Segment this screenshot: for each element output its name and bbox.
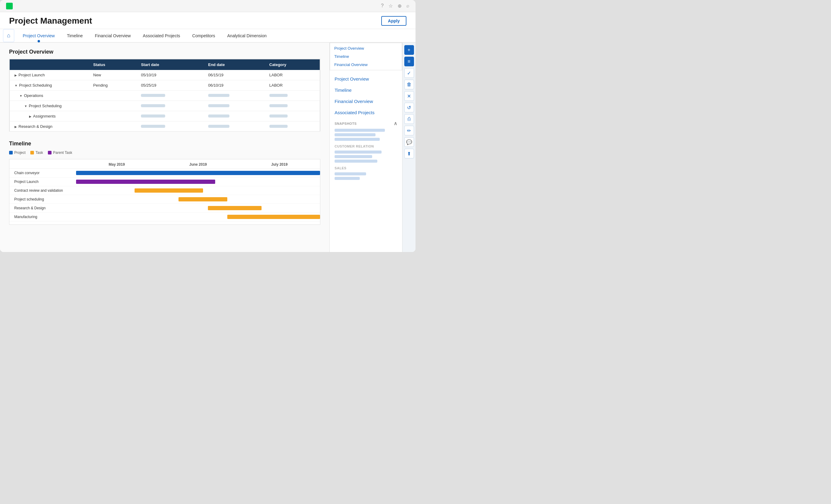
snapshots-bars (335, 129, 397, 141)
timeline-bar (178, 197, 227, 201)
comment-icon[interactable]: 💬 (404, 137, 414, 147)
check-icon[interactable]: ✓ (404, 68, 414, 78)
customer-bar (335, 151, 381, 154)
mini-nav-item[interactable]: Timeline (330, 52, 402, 61)
timeline-row-label: Manufacturing (9, 215, 76, 219)
delete-icon[interactable]: 🗑 (404, 80, 414, 89)
customer-bars (335, 151, 397, 162)
timeline-bars-area (76, 170, 320, 176)
timeline-row: Manufacturing (9, 213, 320, 221)
apply-button[interactable]: Apply (381, 16, 406, 26)
tab-competitors[interactable]: Competitors (186, 30, 221, 42)
collapse-icon[interactable]: ∧ (394, 121, 398, 126)
timeline-row-label: Chain conveyor (9, 171, 76, 175)
timeline-bar (76, 171, 320, 175)
close-icon[interactable]: ✕ (404, 91, 414, 101)
app-header: Project Management Apply (0, 10, 416, 29)
content-area: Project Overview Status Start date End d… (0, 43, 329, 252)
sales-header: SALES (330, 164, 402, 171)
action-buttons-panel: +≡✓🗑✕↺⎙✏💬⬆ (402, 43, 416, 252)
customer-bar (335, 159, 377, 162)
snapshot-bar (335, 133, 375, 136)
snapshot-bar (335, 138, 380, 141)
sidebar-nav-item[interactable]: Project Overview (330, 73, 402, 85)
add-icon[interactable]: + (404, 45, 414, 55)
edit-icon[interactable]: ✏ (404, 126, 414, 136)
timeline-row-label: Research & Design (9, 206, 76, 210)
compass-icon[interactable]: ⊕ (398, 3, 402, 9)
search-icon[interactable]: ⌕ (406, 3, 409, 9)
tab-home[interactable]: ⌂ (3, 29, 14, 42)
table-row: ▶Project LaunchNew05/10/1906/15/19LABOR (10, 70, 320, 80)
timeline-row: Contract review and validation (9, 186, 320, 195)
table-row: ▼Project Scheduling (10, 101, 320, 111)
mini-nav-item[interactable]: Project Overview (330, 44, 402, 52)
tab-timeline[interactable]: Timeline (61, 30, 89, 42)
tab-financial-overview[interactable]: Financial Overview (89, 30, 137, 42)
timeline-bar (208, 206, 262, 210)
browser-icons: ? ☆ ⊕ ⌕ (381, 3, 409, 9)
refresh-icon[interactable]: ↺ (404, 103, 414, 112)
print-icon[interactable]: ⎙ (404, 114, 414, 124)
col-end: End date (203, 59, 264, 70)
timeline-row-label: Contract review and validation (9, 188, 76, 192)
col-name (10, 59, 88, 70)
customer-bar (335, 155, 372, 158)
timeline-month: June 2019 (157, 162, 238, 167)
table-row: ▼Project SchedulingPending05/25/1906/10/… (10, 80, 320, 91)
timeline-chart: May 2019June 2019July 2019 Chain conveyo… (9, 159, 320, 225)
snapshots-header: SNAPSHOTS ∧ (330, 118, 402, 127)
table-header-row: Status Start date End date Category (10, 59, 320, 70)
timeline-bars-area (76, 188, 320, 193)
right-panel: Project OverviewTimelineFinancial Overvi… (329, 43, 402, 252)
star-icon[interactable]: ☆ (389, 3, 393, 9)
timeline-bars-area (76, 214, 320, 219)
legend-item: Parent Task (48, 151, 72, 155)
timeline-row: Chain conveyor (9, 169, 320, 177)
help-icon[interactable]: ? (381, 3, 384, 9)
timeline-row: Research & Design (9, 204, 320, 213)
timeline-bar (135, 188, 203, 192)
timeline-row: Project scheduling (9, 195, 320, 204)
project-table-wrapper[interactable]: Status Start date End date Category ▶Pro… (9, 59, 320, 131)
main-area: Project Overview Status Start date End d… (0, 43, 416, 252)
timeline-bar (227, 215, 320, 219)
timeline-header: May 2019June 2019July 2019 (9, 162, 320, 169)
app-window: Project Management Apply ⌂ Project Overv… (0, 10, 416, 252)
col-status: Status (88, 59, 136, 70)
legend-item: Project (9, 151, 25, 155)
col-category: Category (264, 59, 320, 70)
timeline-title: Timeline (9, 141, 320, 147)
list-icon[interactable]: ≡ (404, 57, 414, 66)
project-overview-title: Project Overview (9, 49, 320, 55)
mini-nav-item[interactable]: Financial Overview (330, 61, 402, 69)
browser-logo (6, 3, 13, 9)
timeline-row-label: Project scheduling (9, 197, 76, 201)
project-table: Status Start date End date Category ▶Pro… (9, 59, 320, 131)
right-sidebar: Project OverviewTimelineFinancial Overvi… (330, 70, 402, 252)
timeline-legend: ProjectTaskParent Task (9, 151, 320, 155)
page-title: Project Management (9, 16, 92, 26)
tab-project-overview[interactable]: Project Overview (17, 30, 61, 42)
sales-bars (335, 172, 397, 180)
tab-analytical-dimension[interactable]: Analytical Dimension (221, 30, 273, 42)
sidebar-nav-item[interactable]: Financial Overview (330, 96, 402, 107)
sales-bar (335, 172, 366, 175)
timeline-bars-area (76, 205, 320, 211)
timeline-row-label: Project Launch (9, 180, 76, 184)
table-row: ▶Assignments (10, 111, 320, 121)
timeline-row: Project Launch (9, 177, 320, 186)
snapshot-bar (335, 129, 385, 132)
customer-relation-header: CUSTOMER RELATION (330, 142, 402, 149)
sidebar-nav-item[interactable]: Associated Projects (330, 107, 402, 118)
timeline-month: May 2019 (76, 162, 157, 167)
browser-chrome: ? ☆ ⊕ ⌕ (0, 0, 416, 12)
sidebar-nav-item[interactable]: Timeline (330, 85, 402, 96)
upload-icon[interactable]: ⬆ (404, 149, 414, 158)
tab-associated-projects[interactable]: Associated Projects (137, 30, 186, 42)
col-start: Start date (136, 59, 203, 70)
timeline-section: Timeline ProjectTaskParent Task May 2019… (9, 141, 320, 225)
legend-item: Task (30, 151, 43, 155)
table-row: ▼Operations (10, 91, 320, 101)
tabs-dropdown-mini: Project OverviewTimelineFinancial Overvi… (330, 43, 402, 70)
